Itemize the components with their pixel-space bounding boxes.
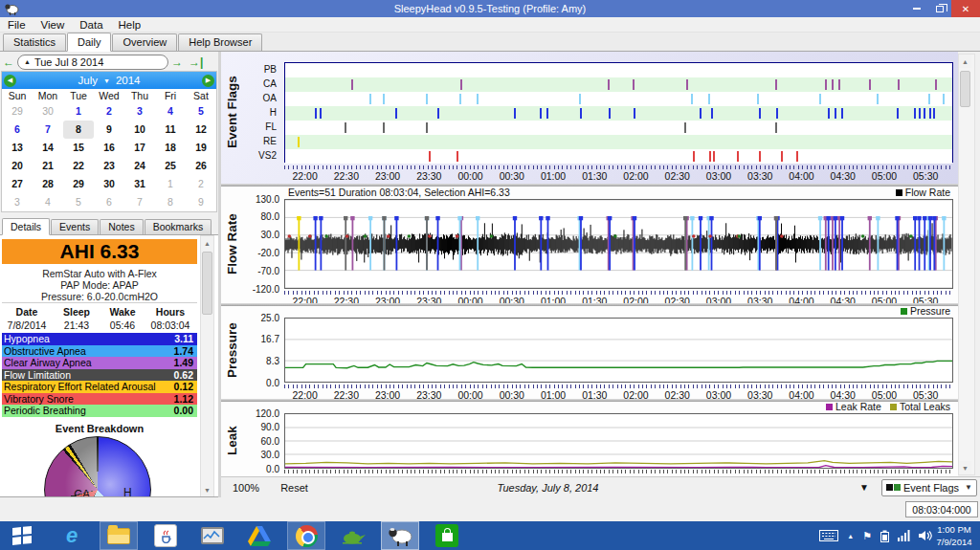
calendar-day[interactable]: 24 (124, 157, 155, 175)
calendar-day[interactable]: 2 (186, 175, 216, 193)
calendar-day[interactable]: 2 (94, 102, 124, 121)
date-combobox[interactable]: ▲ Tue Jul 8 2014 (17, 55, 168, 70)
event-rate-value: 0.12 (174, 381, 193, 392)
flow-plot[interactable] (284, 199, 953, 289)
tab-statistics[interactable]: Statistics (3, 33, 66, 51)
taskbar-store-icon[interactable] (428, 521, 466, 550)
calendar-day[interactable]: 5 (186, 102, 216, 121)
scroll-down-button[interactable]: ▼ (959, 461, 971, 474)
calendar-day[interactable]: 26 (186, 157, 216, 175)
calendar-day[interactable]: 30 (94, 175, 124, 193)
calendar-day[interactable]: 25 (155, 157, 186, 175)
calendar-day[interactable]: 14 (33, 139, 63, 157)
calendar-day[interactable]: 19 (186, 139, 216, 157)
start-button[interactable] (0, 521, 44, 550)
calendar-day[interactable]: 3 (2, 193, 33, 211)
scroll-up-button[interactable]: ▲ (959, 55, 971, 68)
calendar-day[interactable]: 30 (33, 102, 63, 121)
battery-icon[interactable] (880, 530, 889, 542)
calendar-day[interactable]: 1 (155, 175, 186, 193)
calendar-day[interactable]: 27 (2, 175, 33, 193)
calendar-day[interactable]: 9 (94, 121, 124, 139)
calendar-day[interactable]: 15 (63, 139, 94, 157)
taskbar-system-monitor-icon[interactable] (193, 521, 232, 550)
taskbar-clock[interactable]: 1:00 PM 7/9/2014 (932, 523, 976, 548)
taskbar-internet-explorer-icon[interactable]: e (53, 521, 91, 550)
maximize-button[interactable] (928, 0, 951, 17)
event-flag-mark (713, 151, 715, 162)
scrollbar-thumb[interactable] (202, 252, 212, 315)
calendar-day[interactable]: 6 (94, 193, 124, 211)
calendar-month-year[interactable]: July ▼ 2014 (78, 75, 141, 86)
scroll-down-button[interactable]: ▼ (201, 483, 213, 496)
calendar-day[interactable]: 4 (155, 102, 186, 121)
calendar-day[interactable]: 7 (124, 193, 155, 211)
scroll-up-button[interactable]: ▲ (201, 236, 213, 250)
network-signal-icon[interactable] (898, 530, 910, 541)
calendar-day[interactable]: 29 (2, 102, 33, 121)
taskbar-java-icon[interactable] (146, 521, 185, 550)
calendar-day[interactable]: 13 (2, 139, 33, 157)
tab-events[interactable]: Events (51, 219, 99, 234)
keyboard-icon[interactable] (819, 530, 838, 541)
calendar-day[interactable]: 11 (155, 121, 186, 139)
tab-overview[interactable]: Overview (112, 33, 177, 51)
prev-month-button[interactable]: ◀ (4, 75, 16, 87)
scrollbar-thumb[interactable] (960, 71, 970, 107)
charts-scrollbar[interactable]: ▲ ▼ (958, 54, 975, 475)
graph-select-combobox[interactable]: Event Flags ▼ (881, 479, 977, 496)
minimize-button[interactable] (905, 0, 928, 17)
menu-help[interactable]: Help (111, 19, 149, 31)
latest-day-button[interactable]: →| (186, 55, 206, 69)
tab-bookmarks[interactable]: Bookmarks (145, 219, 212, 234)
calendar-day[interactable]: 17 (124, 139, 155, 157)
menu-file[interactable]: File (0, 19, 33, 31)
calendar-day[interactable]: 5 (63, 193, 94, 211)
tab-help-browser[interactable]: Help Browser (178, 33, 262, 51)
flag-icon[interactable]: ⚑ (862, 530, 872, 542)
calendar-day[interactable]: 31 (124, 175, 155, 193)
calendar-day[interactable]: 18 (155, 139, 186, 157)
pressure-plot[interactable] (284, 318, 953, 383)
calendar-day[interactable]: 8 (155, 193, 186, 211)
speaker-icon[interactable] (919, 530, 932, 541)
calendar-day[interactable]: 4 (33, 193, 63, 211)
calendar-day[interactable]: 20 (2, 157, 33, 175)
calendar-day[interactable]: 21 (33, 157, 63, 175)
next-month-button[interactable]: ▶ (202, 75, 214, 87)
calendar-day[interactable]: 23 (94, 157, 124, 175)
calendar-day[interactable]: 12 (186, 121, 216, 139)
taskbar-google-drive-icon[interactable] (240, 521, 278, 550)
tab-notes[interactable]: Notes (100, 219, 143, 234)
calendar-day[interactable]: 28 (33, 175, 63, 193)
calendar-day[interactable]: 8 (63, 121, 94, 139)
next-day-button[interactable]: → (168, 55, 186, 69)
leak-plot[interactable] (284, 413, 953, 469)
taskbar-sleepyhead-icon[interactable] (381, 521, 419, 550)
taskbar-genie-lamp-icon[interactable] (334, 521, 372, 550)
close-button[interactable]: ✕ (951, 0, 980, 17)
menu-data[interactable]: Data (72, 19, 110, 31)
calendar-day[interactable]: 3 (124, 102, 155, 121)
graph-icon (886, 484, 893, 491)
calendar-day[interactable]: 9 (186, 193, 216, 211)
calendar-day[interactable]: 6 (2, 121, 33, 139)
tab-details[interactable]: Details (2, 218, 50, 235)
calendar-day[interactable]: 1 (63, 102, 94, 121)
session-table-row: 7/8/2014 21:43 05:46 08:03:04 (2, 319, 197, 331)
calendar-day[interactable]: 10 (124, 121, 155, 139)
calendar-day[interactable]: 29 (63, 175, 94, 193)
taskbar-file-explorer-icon[interactable] (100, 521, 138, 550)
calendar-day[interactable]: 7 (33, 121, 63, 139)
dropdown-arrow-icon[interactable]: ▼ (859, 482, 869, 493)
taskbar-chrome-icon[interactable] (287, 521, 325, 550)
calendar-day[interactable]: 22 (63, 157, 94, 175)
prev-day-button[interactable]: ← (0, 55, 17, 69)
show-hidden-icons-button[interactable]: ▲ (847, 533, 854, 539)
time-tick-label: 22:30 (334, 170, 359, 182)
details-scrollbar[interactable]: ▲ ▼ (200, 235, 214, 497)
menu-view[interactable]: View (33, 19, 73, 31)
calendar-day[interactable]: 16 (94, 139, 124, 157)
tab-daily[interactable]: Daily (67, 33, 111, 52)
event-flags-plot[interactable] (284, 62, 953, 163)
